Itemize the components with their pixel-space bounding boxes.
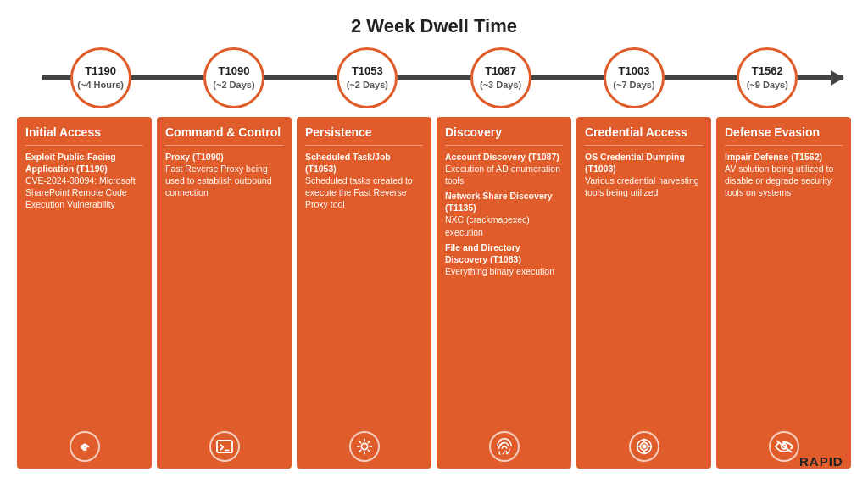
node-circle-2: T1090 (~2 Days) <box>203 47 264 108</box>
logo-text: RAPID <box>799 454 843 469</box>
svg-line-15 <box>359 450 361 452</box>
card-content-2: Proxy (T1090) Fast Reverse Proxy being u… <box>165 151 283 424</box>
target-icon <box>629 431 659 462</box>
card-bold-4c: File and Directory Discovery (T1083) <box>445 241 563 265</box>
card-content-3: Scheduled Task/Job (T1053) Scheduled tas… <box>305 151 423 424</box>
svg-line-13 <box>367 450 370 452</box>
card-title-6: Defense Evasion <box>725 125 843 146</box>
timeline-node-1: T1190 (~4 Hours) <box>34 47 167 108</box>
card-icon-3 <box>305 431 423 462</box>
node-time-4: (~3 Days) <box>480 79 521 91</box>
node-time-1: (~4 Hours) <box>77 79 124 91</box>
node-code-3: T1053 <box>352 64 383 79</box>
svg-point-4 <box>83 446 86 448</box>
card-persistence: Persistence Scheduled Task/Job (T1053) S… <box>297 117 431 469</box>
card-content-6: Impair Defense (T1562) AV solution being… <box>725 151 843 424</box>
node-circle-4: T1087 (~3 Days) <box>470 47 531 108</box>
biohazard-icon <box>70 431 100 462</box>
terminal-icon <box>209 431 240 462</box>
logo: RAPID7 <box>799 454 851 469</box>
card-content-4: Account Discovery (T1087) Execution of A… <box>445 151 563 424</box>
card-title-1: Initial Access <box>25 125 143 146</box>
card-icon-1 <box>25 431 143 462</box>
card-bold-4a: Account Discovery (T1087) <box>445 151 563 163</box>
timeline-node-2: T1090 (~2 Days) <box>167 47 300 108</box>
node-circle-3: T1053 (~2 Days) <box>337 47 398 108</box>
node-time-2: (~2 Days) <box>213 79 254 91</box>
timeline-node-5: T1003 (~7 Days) <box>567 47 700 108</box>
card-title-2: Command & Control <box>165 125 283 146</box>
node-circle-1: T1190 (~4 Hours) <box>70 47 131 108</box>
card-title-3: Persistence <box>305 125 423 146</box>
timeline-node-3: T1053 (~2 Days) <box>301 47 434 108</box>
node-circle-6: T1562 (~9 Days) <box>737 47 798 108</box>
card-initial-access: Initial Access Exploit Public-Facing App… <box>17 117 152 469</box>
node-time-6: (~9 Days) <box>747 79 788 91</box>
card-discovery: Discovery Account Discovery (T1087) Exec… <box>437 117 571 469</box>
card-content-1: Exploit Public-Facing Application (T1190… <box>25 151 143 424</box>
card-defense-evasion: Defense Evasion Impair Defense (T1562) A… <box>716 117 851 469</box>
card-icon-2 <box>165 431 283 462</box>
node-circle-5: T1003 (~7 Days) <box>604 47 665 108</box>
card-title-5: Credential Access <box>585 125 703 146</box>
svg-point-2 <box>87 446 89 447</box>
eye-slash-icon <box>769 431 799 462</box>
node-code-1: T1190 <box>85 64 116 79</box>
timeline: T1190 (~4 Hours) T1090 (~2 Days) T1053 (… <box>17 47 851 108</box>
timeline-node-4: T1087 (~3 Days) <box>434 47 567 108</box>
card-icon-4 <box>445 431 563 462</box>
card-bold-6: Impair Defense (T1562) <box>725 151 843 163</box>
cards-row: Initial Access Exploit Public-Facing App… <box>17 117 851 469</box>
card-bold-3: Scheduled Task/Job (T1053) <box>305 151 423 175</box>
timeline-node-6: T1562 (~9 Days) <box>701 47 834 108</box>
card-command-control: Command & Control Proxy (T1090) Fast Rev… <box>157 117 292 469</box>
svg-point-3 <box>80 446 81 447</box>
card-credential-access: Credential Access OS Credential Dumping … <box>576 117 711 469</box>
node-time-3: (~2 Days) <box>347 79 388 91</box>
node-time-5: (~7 Days) <box>613 79 654 91</box>
svg-line-12 <box>359 441 361 444</box>
svg-point-7 <box>361 443 367 449</box>
svg-point-18 <box>643 445 646 448</box>
page-title: 2 Week Dwell Time <box>17 15 851 37</box>
burst-icon <box>349 431 380 462</box>
node-code-4: T1087 <box>485 64 516 79</box>
card-icon-5 <box>585 431 703 462</box>
node-code-6: T1562 <box>752 64 783 79</box>
fingerprint-icon <box>489 431 520 462</box>
card-content-5: OS Credential Dumping (T1003) Various cr… <box>585 151 703 424</box>
card-bold-4b: Network Share Discovery (T1135) <box>445 190 563 214</box>
node-code-2: T1090 <box>219 64 250 79</box>
card-bold-5: OS Credential Dumping (T1003) <box>585 151 703 175</box>
svg-line-14 <box>367 441 370 444</box>
timeline-nodes: T1190 (~4 Hours) T1090 (~2 Days) T1053 (… <box>25 47 843 108</box>
node-code-5: T1003 <box>619 64 650 79</box>
card-bold-2: Proxy (T1090) <box>165 151 283 163</box>
card-bold-1: Exploit Public-Facing Application (T1190… <box>25 151 143 175</box>
card-title-4: Discovery <box>445 125 563 146</box>
logo-accent: 7 <box>843 454 851 469</box>
